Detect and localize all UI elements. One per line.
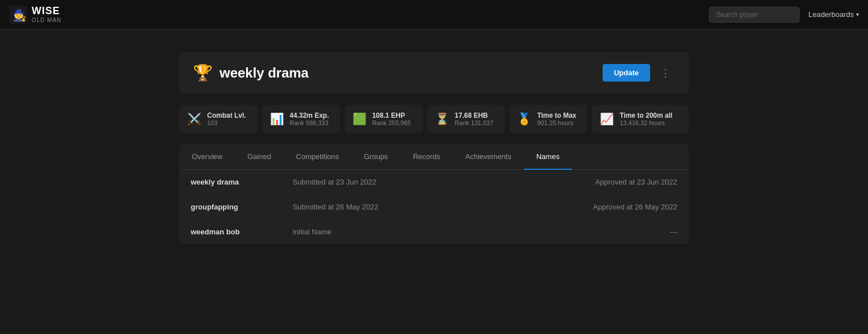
submitted-cell-0: Submitted at 23 Jun 2022 [293,178,479,186]
ehb-icon: ⏳ [435,112,449,126]
stat-ehp-label: 108.1 EHP [372,112,411,119]
stat-ehp-value: Rank 255,965 [372,119,411,126]
stat-tt200: 📈 Time to 200m all 13,416.32 hours [592,105,689,133]
player-card: 🏆 weekly drama Update ⋮ [179,52,689,93]
name-cell-2: weedman bob [191,228,281,236]
approved-cell-0: Approved at 23 Jun 2022 [491,178,677,186]
approved-cell-1: Approved at 26 May 2022 [491,203,677,211]
tab-groups[interactable]: Groups [351,144,401,170]
stat-ehb-info: 17.68 EHB Rank 131,037 [455,112,494,126]
tab-competitions[interactable]: Competitions [283,144,351,170]
tab-records[interactable]: Records [401,144,453,170]
tab-names[interactable]: Names [524,144,572,170]
player-name: weekly drama [220,65,308,81]
tab-gained[interactable]: Gained [235,144,283,170]
leaderboards-button[interactable]: Leaderboards ▾ [809,10,859,19]
stat-ttmax: 🏅 Time to Max 901.25 hours [509,105,587,133]
logo-text: WISE OLD MAN [32,6,62,23]
stat-exp-info: 44.32m Exp. Rank 588,333 [290,112,329,126]
combat-icon: ⚔️ [187,112,201,126]
tt200-icon: 📈 [600,112,614,126]
ttmax-icon: 🏅 [517,112,531,126]
stat-ehb: ⏳ 17.68 EHB Rank 131,037 [427,105,505,133]
main-content: 🏆 weekly drama Update ⋮ ⚔️ Combat Lvl. 1… [0,29,868,255]
container: 🏆 weekly drama Update ⋮ ⚔️ Combat Lvl. 1… [179,52,689,244]
stat-ttmax-info: Time to Max 901.25 hours [537,112,576,126]
logo-title: WISE [32,6,62,17]
stat-tt200-value: 13,416.32 hours [620,119,672,126]
stat-combat-value: 103 [207,119,246,126]
exp-icon: 📊 [270,112,284,126]
stat-ttmax-label: Time to Max [537,112,576,119]
stat-combat-label: Combat Lvl. [207,112,246,119]
logo-subtitle: OLD MAN [32,17,62,23]
name-cell-0: weekly drama [191,178,281,186]
names-table: weekly drama Submitted at 23 Jun 2022 Ap… [179,170,689,244]
name-cell-1: groupfapping [191,203,281,211]
stat-combat: ⚔️ Combat Lvl. 103 [179,105,257,133]
stat-exp-label: 44.32m Exp. [290,112,329,119]
stat-ehb-value: Rank 131,037 [455,119,494,126]
update-button[interactable]: Update [603,64,650,82]
more-options-button[interactable]: ⋮ [656,65,675,82]
chevron-down-icon: ▾ [856,11,859,18]
tabs-bar: Overview Gained Competitions Groups Reco… [179,144,689,170]
svg-text:🧙: 🧙 [12,8,27,22]
player-title: 🏆 weekly drama [193,63,308,82]
stat-ehb-label: 17.68 EHB [455,112,494,119]
name-row-1: groupfapping Submitted at 26 May 2022 Ap… [179,195,689,220]
stat-ehp: 🟩 108.1 EHP Rank 255,965 [345,105,423,133]
stat-exp-value: Rank 588,333 [290,119,329,126]
approved-cell-2: --- [491,228,677,236]
stat-tt200-info: Time to 200m all 13,416.32 hours [620,112,672,126]
submitted-cell-1: Submitted at 26 May 2022 [293,203,479,211]
search-input[interactable] [709,7,800,23]
tab-achievements[interactable]: Achievements [453,144,524,170]
name-row-0: weekly drama Submitted at 23 Jun 2022 Ap… [179,170,689,195]
header: 🧙 WISE OLD MAN Leaderboards ▾ [0,0,868,29]
trophy-icon: 🏆 [193,63,213,82]
name-row-2: weedman bob Initial Name --- [179,220,689,244]
stat-combat-info: Combat Lvl. 103 [207,112,246,126]
stat-ttmax-value: 901.25 hours [537,119,576,126]
stats-row: ⚔️ Combat Lvl. 103 📊 44.32m Exp. Rank 58… [179,105,689,133]
stat-exp: 📊 44.32m Exp. Rank 588,333 [262,105,340,133]
tab-overview[interactable]: Overview [179,144,235,170]
logo-area: 🧙 WISE OLD MAN [9,6,62,24]
submitted-cell-2: Initial Name [293,228,479,236]
player-actions: Update ⋮ [603,64,675,82]
logo-icon: 🧙 [9,6,27,24]
stat-ehp-info: 108.1 EHP Rank 255,965 [372,112,411,126]
ehp-icon: 🟩 [353,112,367,126]
leaderboards-label: Leaderboards [809,10,854,19]
stat-tt200-label: Time to 200m all [620,112,672,119]
